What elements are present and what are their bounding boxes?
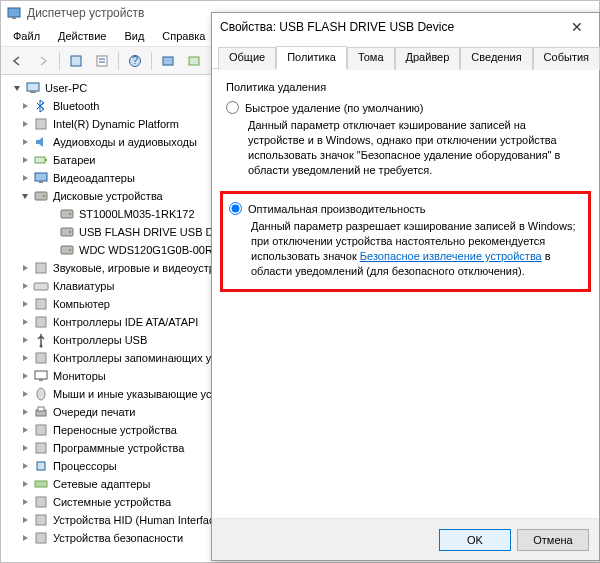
tree-twisty[interactable]	[19, 298, 31, 310]
svg-rect-12	[30, 91, 36, 93]
svg-rect-18	[35, 192, 47, 200]
toolbar-uninstall[interactable]	[182, 49, 206, 73]
tree-twisty[interactable]	[19, 352, 31, 364]
keyboard-icon	[33, 278, 49, 294]
network-icon	[33, 476, 49, 492]
svg-rect-3	[97, 56, 107, 66]
close-button[interactable]: ✕	[563, 17, 591, 37]
svg-rect-14	[35, 157, 45, 163]
props-title-text: Свойства: USB FLASH DRIVE USB Device	[220, 20, 454, 34]
tree-twisty[interactable]	[11, 82, 23, 94]
svg-rect-41	[36, 497, 46, 507]
ok-button[interactable]: OK	[439, 529, 511, 551]
tab-сведения[interactable]: Сведения	[460, 47, 532, 70]
tree-twisty[interactable]	[19, 460, 31, 472]
tree-twisty[interactable]	[19, 496, 31, 508]
sound-icon	[33, 260, 49, 276]
properties-dialog: Свойства: USB FLASH DRIVE USB Device ✕ О…	[211, 12, 600, 561]
cancel-button[interactable]: Отмена	[517, 529, 589, 551]
toolbar-sep	[151, 52, 152, 70]
tree-twisty[interactable]	[19, 136, 31, 148]
tab-тома[interactable]: Тома	[347, 47, 395, 70]
svg-rect-27	[34, 283, 48, 290]
toolbar-properties[interactable]	[90, 49, 114, 73]
safely-remove-link[interactable]: Безопасное извлечение устройства	[360, 250, 542, 262]
svg-text:?: ?	[132, 54, 138, 66]
tree-twisty[interactable]	[45, 244, 57, 256]
disk-icon	[33, 188, 49, 204]
tab-драйвер[interactable]: Драйвер	[395, 47, 461, 70]
tree-label: Устройства безопасности	[53, 532, 183, 544]
computer-icon	[33, 296, 49, 312]
tree-twisty[interactable]	[19, 262, 31, 274]
tree-twisty[interactable]	[19, 100, 31, 112]
tree-twisty[interactable]	[19, 442, 31, 454]
tab-общие[interactable]: Общие	[218, 47, 276, 70]
svg-rect-11	[27, 83, 39, 91]
radio-better-performance-label: Оптимальная производительность	[248, 203, 426, 215]
tree-twisty[interactable]	[45, 208, 57, 220]
tree-twisty[interactable]	[19, 370, 31, 382]
radio-quick-removal[interactable]	[226, 101, 239, 114]
tree-label: Сетевые адаптеры	[53, 478, 150, 490]
display-icon	[33, 170, 49, 186]
tree-label: Переносные устройства	[53, 424, 177, 436]
tree-twisty[interactable]	[19, 532, 31, 544]
portable-icon	[33, 422, 49, 438]
tree-twisty[interactable]	[19, 514, 31, 526]
monitor-icon	[33, 368, 49, 384]
better-performance-desc: Данный параметр разрешает кэширование за…	[251, 219, 582, 278]
tree-label: User-PC	[45, 82, 87, 94]
toolbar-sep	[118, 52, 119, 70]
tree-twisty[interactable]	[19, 478, 31, 490]
tree-label: Системные устройства	[53, 496, 171, 508]
radio-better-performance[interactable]	[229, 202, 242, 215]
tree-twisty[interactable]	[19, 118, 31, 130]
tree-twisty[interactable]	[19, 190, 31, 202]
tree-twisty[interactable]	[19, 154, 31, 166]
menu-view[interactable]: Вид	[120, 28, 148, 44]
disk-icon	[59, 206, 75, 222]
software-icon	[33, 440, 49, 456]
svg-rect-38	[36, 443, 46, 453]
toolbar-back[interactable]	[5, 49, 29, 73]
toolbar-scan[interactable]	[156, 49, 180, 73]
menu-file[interactable]: Файл	[9, 28, 44, 44]
usb-icon	[33, 332, 49, 348]
svg-rect-15	[45, 159, 47, 161]
tab-события[interactable]: События	[533, 47, 600, 70]
pc-icon	[25, 80, 41, 96]
audio-icon	[33, 134, 49, 150]
tree-twisty[interactable]	[19, 424, 31, 436]
cpu-icon	[33, 458, 49, 474]
svg-rect-33	[39, 379, 43, 381]
toolbar-forward[interactable]	[31, 49, 55, 73]
toolbar-sep	[59, 52, 60, 70]
svg-rect-28	[36, 299, 46, 309]
tree-label: Очереди печати	[53, 406, 136, 418]
svg-rect-1	[12, 17, 16, 19]
svg-point-30	[40, 345, 43, 348]
printer-icon	[33, 404, 49, 420]
ide-icon	[33, 314, 49, 330]
menu-help[interactable]: Справка	[158, 28, 209, 44]
tree-label: WDC WDS120G1G0B-00RC30	[79, 244, 233, 256]
toolbar-help[interactable]: ?	[123, 49, 147, 73]
tree-twisty[interactable]	[19, 316, 31, 328]
tree-twisty[interactable]	[19, 172, 31, 184]
svg-rect-9	[189, 57, 199, 65]
toolbar-show-hidden[interactable]	[64, 49, 88, 73]
tab-политика[interactable]: Политика	[276, 46, 347, 69]
tree-label: Аудиовходы и аудиовыходы	[53, 136, 197, 148]
menu-action[interactable]: Действие	[54, 28, 110, 44]
svg-point-23	[69, 231, 71, 233]
tree-twisty[interactable]	[45, 226, 57, 238]
tree-twisty[interactable]	[19, 334, 31, 346]
svg-rect-43	[36, 533, 46, 543]
tree-twisty[interactable]	[19, 388, 31, 400]
tree-twisty[interactable]	[19, 406, 31, 418]
dm-title-text: Диспетчер устройств	[27, 6, 144, 20]
radio-quick-removal-label: Быстрое удаление (по умолчанию)	[245, 102, 423, 114]
tree-twisty[interactable]	[19, 280, 31, 292]
mouse-icon	[33, 386, 49, 402]
